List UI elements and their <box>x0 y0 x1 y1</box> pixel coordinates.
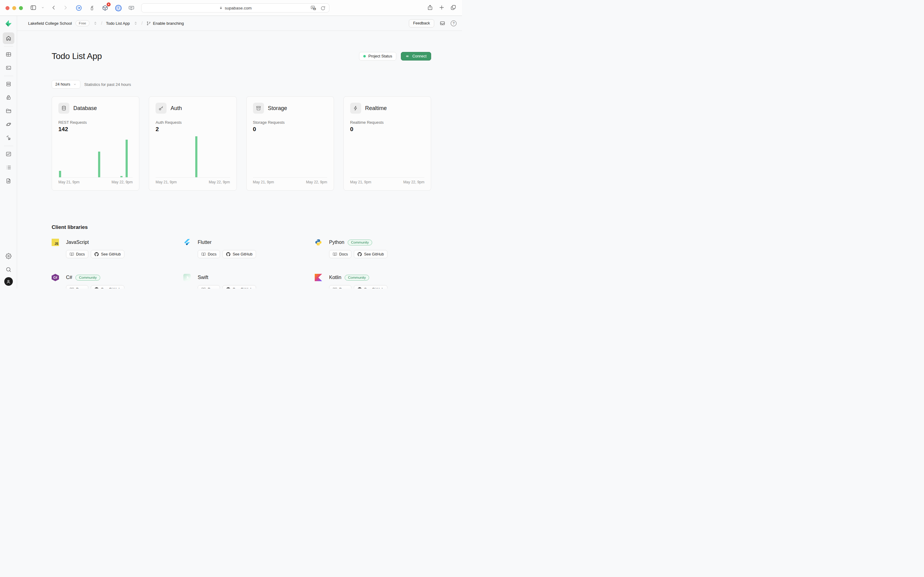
docs-button[interactable]: Docs <box>198 285 220 288</box>
metric-label: REST Requests <box>58 120 133 125</box>
chart-date-start: May 21, 9pm <box>350 180 371 184</box>
docs-button[interactable]: Docs <box>329 285 351 288</box>
metric-label: Realtime Requests <box>350 120 424 125</box>
see-github-button[interactable]: See GitHub <box>91 250 124 258</box>
docs-button[interactable]: Docs <box>66 250 88 258</box>
docs-button[interactable]: Docs <box>198 250 220 258</box>
lightning-icon <box>350 103 361 114</box>
chevron-down-icon[interactable] <box>41 6 45 10</box>
sidebar-item-storage[interactable] <box>3 105 14 117</box>
database-card: Database REST Requests 142 May 21, 9pm M… <box>52 96 139 191</box>
sidebar-item-authentication[interactable] <box>3 92 14 103</box>
share-icon[interactable] <box>427 4 433 11</box>
book-icon <box>70 252 74 256</box>
reload-icon[interactable] <box>320 5 326 11</box>
time-range-select[interactable]: 24 hours <box>52 80 80 89</box>
supabase-logo[interactable] <box>0 16 17 31</box>
sidebar-item-settings[interactable] <box>3 250 14 262</box>
see-github-button[interactable]: See GitHub <box>354 285 388 288</box>
sidebar-toggle-icon[interactable] <box>30 4 37 11</box>
sidebar-item-search[interactable] <box>3 264 14 276</box>
docs-button[interactable]: Docs <box>66 285 88 288</box>
sidebar-item-table-editor[interactable] <box>3 48 14 60</box>
see-github-button[interactable]: See GitHub <box>222 285 256 288</box>
chart-date-end: May 22, 9pm <box>403 180 424 184</box>
rest-requests-chart <box>58 136 133 177</box>
extension-cleaner-icon[interactable] <box>88 4 96 11</box>
forward-button[interactable] <box>62 5 68 11</box>
zoom-window-button[interactable] <box>19 6 23 10</box>
project-switcher-icon[interactable] <box>134 21 138 25</box>
breadcrumb-separator: / <box>101 21 102 26</box>
library-name: JavaScript <box>66 240 89 245</box>
sidebar-item-logs[interactable] <box>3 162 14 173</box>
chart-bar <box>98 152 100 177</box>
enable-branching-button[interactable]: Enable branching <box>146 21 184 26</box>
chart-bar <box>195 136 197 177</box>
feedback-button[interactable]: Feedback <box>409 19 434 27</box>
minimize-window-button[interactable] <box>12 6 16 10</box>
storage-card: Storage Storage Requests 0 May 21, 9pm M… <box>246 96 334 191</box>
library-csharp: C# C# Community Docs See GitHub <box>52 274 184 288</box>
library-name: Python <box>329 240 344 245</box>
org-switcher-icon[interactable] <box>93 21 97 25</box>
extension-blocker-icon[interactable]: 0 <box>114 4 122 11</box>
project-name[interactable]: Todo List App <box>106 21 130 26</box>
translate-icon[interactable]: AA <box>310 5 317 11</box>
sidebar-item-api-docs[interactable] <box>3 175 14 187</box>
community-badge: Community <box>348 240 372 245</box>
inbox-icon[interactable] <box>439 20 446 26</box>
new-tab-icon[interactable] <box>438 4 445 11</box>
book-icon <box>333 252 337 256</box>
connect-button[interactable]: Connect <box>401 52 431 61</box>
org-name[interactable]: Lakefield College School <box>28 21 72 26</box>
community-badge: Community <box>76 275 100 280</box>
sidebar <box>0 16 17 288</box>
sidebar-item-edge-functions[interactable] <box>3 119 14 130</box>
storage-requests-chart <box>253 136 327 177</box>
card-title: Database <box>73 105 97 111</box>
github-icon <box>226 287 230 289</box>
realtime-card: Realtime Realtime Requests 0 May 21, 9pm… <box>343 96 431 191</box>
url-bar[interactable]: supabase.com AA <box>141 3 329 13</box>
card-title: Storage <box>268 105 287 111</box>
chart-date-start: May 21, 9pm <box>253 180 274 184</box>
close-window-button[interactable] <box>5 6 10 10</box>
github-icon <box>357 252 362 256</box>
sidebar-item-reports[interactable] <box>3 148 14 160</box>
project-status-button[interactable]: Project Status <box>359 52 397 61</box>
traffic-lights <box>5 6 23 10</box>
python-icon <box>315 239 322 246</box>
library-name: Swift <box>198 275 208 280</box>
see-github-button[interactable]: See GitHub <box>354 250 388 258</box>
chart-bar <box>59 171 61 177</box>
flutter-icon <box>184 239 191 246</box>
extension-activity-icon[interactable] <box>75 4 82 11</box>
status-dot <box>363 55 366 58</box>
tab-overview-icon[interactable] <box>450 4 457 11</box>
sidebar-item-home[interactable] <box>3 32 14 44</box>
breadcrumb-separator: / <box>142 21 143 26</box>
library-swift: Swift Docs See GitHub <box>184 274 315 288</box>
book-icon <box>70 287 74 289</box>
library-flutter: Flutter Docs See GitHub <box>184 239 315 274</box>
extension-package-icon[interactable]: ♥ <box>101 4 109 11</box>
sidebar-item-realtime[interactable] <box>3 132 14 143</box>
sidebar-item-database[interactable] <box>3 78 14 90</box>
see-github-button[interactable]: See GitHub <box>222 250 256 258</box>
back-button[interactable] <box>51 5 57 11</box>
plug-icon <box>406 54 410 58</box>
chart-date-start: May 21, 9pm <box>58 180 79 184</box>
account-avatar[interactable] <box>4 277 13 286</box>
see-github-button[interactable]: See GitHub <box>91 285 124 288</box>
javascript-icon: JS <box>52 239 59 246</box>
metric-value: 0 <box>253 126 327 133</box>
sidebar-item-sql-editor[interactable] <box>3 62 14 74</box>
archive-icon <box>253 103 264 114</box>
library-name: Kotlin <box>329 275 341 280</box>
docs-button[interactable]: Docs <box>329 250 351 258</box>
help-icon[interactable]: ? <box>451 21 457 26</box>
extension-speech-icon[interactable] <box>128 4 135 11</box>
library-javascript: JS JavaScript Docs See GitHub <box>52 239 184 274</box>
divider <box>4 146 13 146</box>
